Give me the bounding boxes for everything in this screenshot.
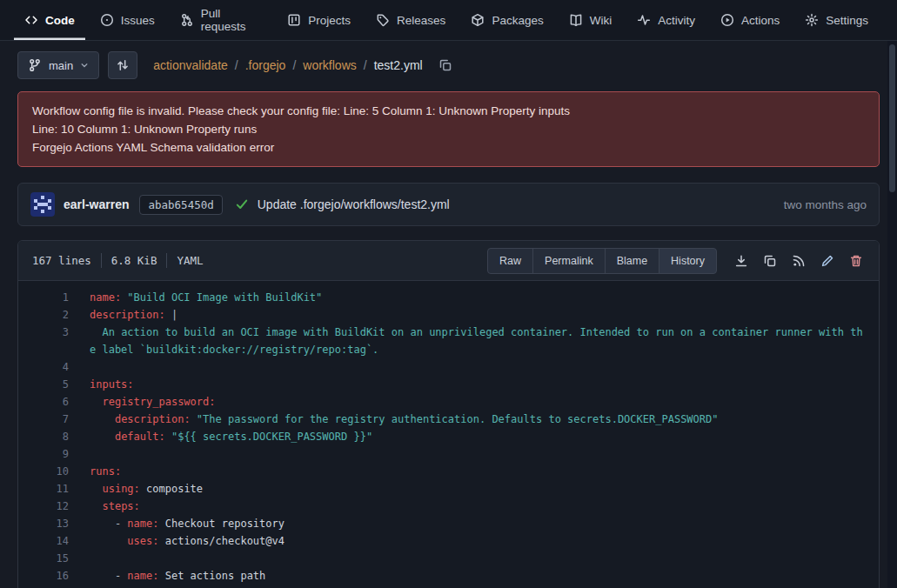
- delete-icon: [849, 254, 863, 268]
- line-number[interactable]: 4: [18, 358, 69, 376]
- line-content: [69, 550, 879, 567]
- breadcrumb-current: test2.yml: [374, 58, 423, 72]
- file-header: 167 lines 6.8 KiB YAML RawPermalinkBlame…: [18, 241, 879, 281]
- compare-icon: [116, 58, 130, 72]
- line-number[interactable]: 1: [18, 289, 69, 306]
- line-content: shell: bash: [69, 585, 879, 588]
- line-number[interactable]: 10: [18, 463, 69, 480]
- code-line: 12 steps:: [18, 498, 879, 515]
- raw-button[interactable]: Raw: [487, 248, 533, 274]
- tab-label: Issues: [121, 14, 155, 27]
- line-number[interactable]: 2: [18, 306, 69, 324]
- permalink-button[interactable]: Permalink: [532, 248, 606, 274]
- blame-button[interactable]: Blame: [605, 248, 659, 274]
- line-content: [69, 445, 879, 463]
- line-content: name: "Build OCI Image with BuildKit": [69, 289, 879, 306]
- check-icon: [235, 197, 249, 211]
- breadcrumb-separator: /: [235, 58, 238, 72]
- tab-pull-requests[interactable]: Pull requests: [170, 0, 273, 40]
- line-content: [69, 358, 879, 376]
- line-number[interactable]: 7: [18, 411, 69, 428]
- compare-button[interactable]: [108, 51, 137, 79]
- line-number[interactable]: 13: [18, 515, 69, 532]
- copy-icon: [438, 58, 452, 72]
- caret-down-icon: [80, 61, 89, 70]
- tab-label: Projects: [308, 14, 351, 27]
- delete-button[interactable]: [849, 254, 863, 268]
- line-content: - name: Set actions path: [69, 567, 879, 585]
- error-banner: Workflow config file is invalid. Please …: [17, 91, 880, 167]
- line-number[interactable]: 11: [18, 480, 69, 498]
- rss-icon: [792, 254, 806, 268]
- line-number[interactable]: 3: [18, 324, 69, 358]
- avatar[interactable]: [30, 192, 55, 217]
- download-icon: [734, 254, 748, 268]
- line-content: description: |: [69, 306, 879, 324]
- tab-label: Wiki: [590, 14, 613, 27]
- tab-releases[interactable]: Releases: [365, 0, 456, 40]
- copy-button[interactable]: [763, 254, 777, 268]
- packages-icon: [471, 13, 485, 27]
- copy-icon: [763, 254, 777, 268]
- file-view-buttons: RawPermalinkBlameHistory: [487, 248, 717, 274]
- breadcrumb-link[interactable]: actionvalidate: [153, 58, 228, 72]
- scrollbar[interactable]: [887, 41, 897, 588]
- commit-hash-badge[interactable]: abab65450d: [139, 195, 222, 215]
- breadcrumb-link[interactable]: .forgejo: [245, 58, 286, 72]
- tab-settings[interactable]: Settings: [794, 0, 879, 40]
- line-content: - name: Checkout repository: [69, 515, 879, 532]
- actions-icon: [720, 13, 734, 27]
- tab-label: Activity: [658, 14, 695, 27]
- line-content: An action to build an OCI image with Bui…: [69, 324, 879, 358]
- repo-navbar: CodeIssuesPull requestsProjectsReleasesP…: [0, 0, 897, 41]
- line-number[interactable]: 8: [18, 428, 69, 445]
- code-line: 6 registry_password:: [18, 393, 879, 411]
- code-icon: [24, 13, 38, 27]
- breadcrumb-link[interactable]: workflows: [303, 58, 356, 72]
- line-content: default: "${{ secrets.DOCKER_PASSWORD }}…: [69, 428, 879, 445]
- history-button[interactable]: History: [659, 248, 717, 274]
- download-button[interactable]: [734, 254, 748, 268]
- line-number[interactable]: 12: [18, 498, 69, 515]
- commit-author[interactable]: earl-warren: [64, 197, 129, 211]
- tab-wiki[interactable]: Wiki: [559, 0, 623, 40]
- code-line: 9: [18, 445, 879, 463]
- breadcrumb-separator: /: [364, 58, 367, 72]
- divider: [166, 253, 167, 268]
- code-line: 7 description: "The password for the reg…: [18, 411, 879, 428]
- file-lines-count: 167 lines: [32, 254, 91, 267]
- edit-button[interactable]: [820, 254, 834, 268]
- tab-packages[interactable]: Packages: [460, 0, 553, 40]
- code-line: 1name: "Build OCI Image with BuildKit": [18, 289, 879, 306]
- commit-bar: earl-warren abab65450d Update .forgejo/w…: [17, 183, 880, 226]
- nav-right: Settings: [794, 0, 883, 40]
- code-line: 16 - name: Set actions path: [18, 567, 879, 585]
- tab-code[interactable]: Code: [14, 0, 85, 40]
- line-number[interactable]: 9: [18, 445, 69, 463]
- tab-actions[interactable]: Actions: [710, 0, 790, 40]
- tab-issues[interactable]: Issues: [90, 0, 165, 40]
- rss-button[interactable]: [792, 254, 806, 268]
- file-panel: 167 lines 6.8 KiB YAML RawPermalinkBlame…: [17, 240, 880, 588]
- line-number[interactable]: 15: [18, 550, 69, 567]
- branch-select[interactable]: main: [17, 51, 99, 79]
- tab-activity[interactable]: Activity: [626, 0, 706, 40]
- tab-projects[interactable]: Projects: [277, 0, 361, 40]
- commit-message[interactable]: Update .forgejo/workflows/test2.yml: [258, 197, 450, 211]
- scrollbar-thumb[interactable]: [889, 44, 895, 192]
- line-number[interactable]: 16: [18, 567, 69, 585]
- code-line: 13 - name: Checkout repository: [18, 515, 879, 532]
- line-number[interactable]: 5: [18, 376, 69, 393]
- line-number[interactable]: 14: [18, 532, 69, 550]
- line-number[interactable]: 6: [18, 393, 69, 411]
- issues-icon: [100, 13, 114, 27]
- code-line: 15: [18, 550, 879, 567]
- code-line: 17 shell: bash: [18, 585, 879, 588]
- line-number[interactable]: 17: [18, 585, 69, 588]
- code-view: 1name: "Build OCI Image with BuildKit"2d…: [18, 281, 879, 588]
- copy-path-button[interactable]: [438, 58, 452, 72]
- git-branch-icon: [28, 58, 42, 72]
- branch-name: main: [49, 59, 73, 72]
- line-content: using: composite: [69, 480, 879, 498]
- breadcrumb-separator: /: [292, 58, 296, 72]
